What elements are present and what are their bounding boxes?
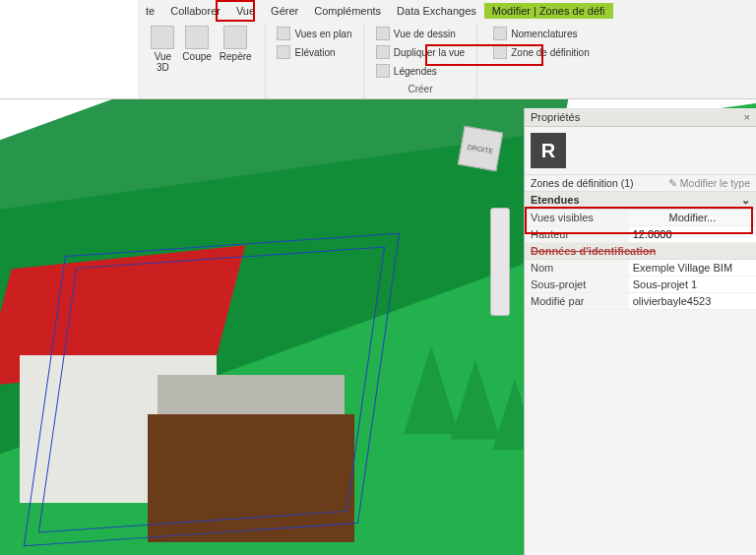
scopebox-icon [493,45,507,59]
vues-en-plan-button[interactable]: Vues en plan [275,26,353,41]
schedule-icon [493,27,507,40]
legendes-label: Légendes [394,66,437,77]
dupliquer-button[interactable]: Dupliquer la vue [374,44,467,60]
house3d-icon [151,26,174,49]
vue3d-label: Vue 3D [155,51,171,73]
menu-tab[interactable]: te [138,3,162,19]
ribbon: te Collaborer Vue Gérer Compléments Data… [138,0,756,98]
prop-value[interactable]: Exemple Village BIM [629,260,756,276]
prop-value: olivierbayle4523 [629,293,756,309]
viewcube[interactable]: DROITE [458,126,503,171]
edit-type-button[interactable]: ✎ Modifier le type [668,177,750,189]
close-icon[interactable]: × [744,111,750,123]
prop-label: Modifié par [525,293,629,309]
zone-definition-button[interactable]: Zone de définition [491,44,592,60]
section-header: Etendues [531,194,580,207]
nomenclatures-label: Nomenclatures [511,29,577,39]
building-model [10,247,285,463]
prop-label: Vues visibles [525,210,629,225]
elevation-label: Elévation [294,47,335,58]
vues-visibles-button[interactable]: Modifier... [629,210,756,225]
properties-palette: Propriétés × R Zones de définition (1) ✎… [524,108,756,555]
menu-tab[interactable]: Collaborer [162,3,228,19]
prop-label: Hauteur [525,226,629,242]
elevation-button[interactable]: Elévation [275,44,353,60]
vue-dessin-button[interactable]: Vue de dessin [374,26,467,41]
repere-label: Repère [220,51,252,62]
zone-definition-label: Zone de définition [511,47,590,58]
revit-logo-icon: R [531,133,566,168]
section-icon [185,26,209,49]
dupliquer-label: Dupliquer la vue [394,47,465,58]
palette-header: R [525,127,756,174]
vues-en-plan-label: Vues en plan [294,29,351,39]
prop-value[interactable]: Sous-projet 1 [629,277,756,292]
prop-label: Nom [525,260,629,276]
duplicate-icon [376,45,390,59]
palette-title: Propriétés [531,111,580,123]
menu-tab-contextual[interactable]: Modifier | Zones de défi [484,3,613,19]
menu-tabs: te Collaborer Vue Gérer Compléments Data… [138,0,756,22]
section-header: Données d'identification [531,245,656,257]
coupe-button[interactable]: Coupe [182,26,211,73]
legend-icon [376,64,390,78]
coupe-label: Coupe [182,51,211,62]
repere-button[interactable]: Repère [220,26,252,73]
elevation-icon [277,45,290,59]
menu-tab-vue[interactable]: Vue [228,3,263,19]
prop-label: Sous-projet [525,277,629,292]
callout-icon [223,26,247,49]
nomenclatures-button[interactable]: Nomenclatures [491,26,592,41]
menu-tab[interactable]: Data Exchanges [389,3,484,19]
menu-tab[interactable]: Gérer [263,3,306,19]
vue3d-button[interactable]: Vue 3D [151,26,174,73]
hauteur-input[interactable] [633,228,752,240]
legendes-button[interactable]: Légendes [374,63,467,79]
menu-tab[interactable]: Compléments [306,3,389,19]
vue-dessin-label: Vue de dessin [394,29,456,39]
ribbon-body: Vue 3D Coupe Repère Vues en plan Elévati… [138,22,756,98]
ribbon-group-label: Créer [370,84,471,96]
expand-icon[interactable]: ⌄ [741,194,750,207]
drafting-icon [376,27,390,40]
extension [148,414,354,542]
edit-type-label: Modifier le type [680,177,750,189]
type-selector[interactable]: Zones de définition (1) [531,177,633,189]
navigation-bar[interactable] [490,208,510,316]
planview-icon [277,27,290,40]
